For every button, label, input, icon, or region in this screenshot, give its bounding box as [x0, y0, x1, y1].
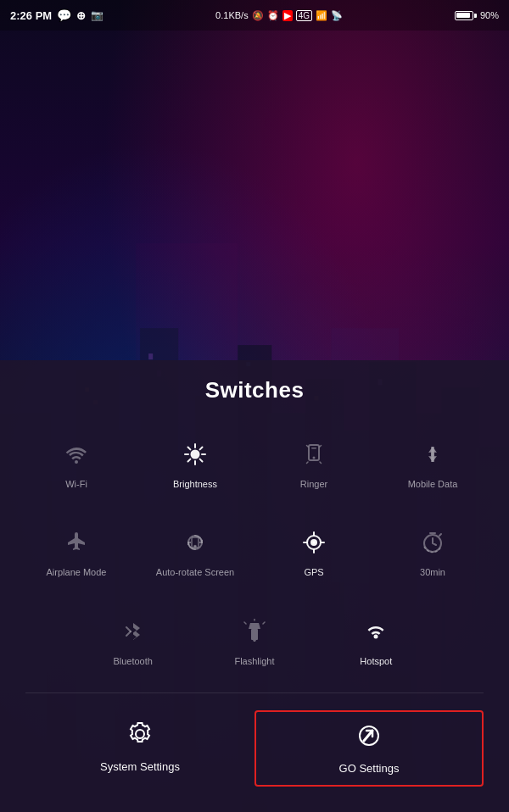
yt-icon: ▶	[282, 10, 293, 21]
hotspot-label: Hotspot	[360, 655, 392, 667]
wifi-status-icon: 📡	[331, 10, 343, 21]
switches-row-1: Wi-Fi Brightness	[8, 427, 501, 498]
status-right: 90%	[455, 10, 499, 20]
svg-line-50	[126, 627, 131, 631]
status-center: 0.1KB/s 🔕 ⏰ ▶ 4G 📶 📡	[215, 10, 343, 21]
mobile-data-icon	[414, 436, 451, 473]
ringer-icon	[295, 436, 333, 473]
switch-brightness[interactable]: Brightness	[136, 427, 255, 498]
bluetooth-label: Bluetooth	[113, 655, 152, 667]
airplane-icon	[58, 524, 95, 561]
panel-divider	[25, 692, 484, 693]
switch-hotspot[interactable]: Hotspot	[316, 604, 437, 676]
airplane-label: Airplane Mode	[47, 566, 107, 578]
instagram-icon: 📷	[91, 9, 103, 21]
wifi-icon	[58, 436, 95, 473]
auto-rotate-label: Auto-rotate Screen	[156, 566, 234, 578]
compass-icon: ⊕	[76, 9, 86, 22]
battery-percentage: 90%	[480, 10, 499, 20]
switch-bluetooth[interactable]: Bluetooth	[72, 604, 193, 676]
svg-point-58	[374, 634, 378, 638]
system-settings-button[interactable]: System Settings	[25, 710, 255, 787]
switches-row-3: Bluetooth Flashlight	[64, 604, 445, 676]
timer-icon	[414, 524, 451, 561]
svg-marker-52	[249, 623, 260, 629]
signal-icon: 📶	[316, 10, 327, 21]
status-left: 2:26 PM 💬 ⊕ 📷	[10, 8, 103, 22]
hotspot-icon	[357, 613, 394, 650]
system-settings-icon	[126, 720, 154, 754]
bluetooth-icon	[115, 613, 152, 650]
gps-label: GPS	[304, 566, 323, 578]
time-display: 2:26 PM	[10, 9, 52, 22]
mute-icon: 🔕	[252, 10, 264, 21]
flashlight-label: Flashlight	[234, 655, 274, 667]
whatsapp-icon: 💬	[57, 8, 71, 22]
svg-marker-54	[253, 640, 256, 642]
alarm-icon: ⏰	[267, 10, 279, 21]
gps-icon	[295, 524, 333, 561]
svg-line-51	[126, 631, 131, 636]
mobile-data-label: Mobile Data	[408, 478, 458, 490]
status-bar: 2:26 PM 💬 ⊕ 📷 0.1KB/s 🔕 ⏰ ▶ 4G 📶 📡 90%	[0, 0, 509, 31]
svg-line-32	[188, 459, 191, 462]
4g-icon: 4G	[296, 10, 312, 21]
switch-mobile-data[interactable]: Mobile Data	[373, 427, 492, 498]
switch-flashlight[interactable]: Flashlight	[193, 604, 315, 676]
go-settings-button[interactable]: GO Settings	[255, 710, 484, 787]
svg-point-39	[194, 546, 196, 548]
ringer-label: Ringer	[300, 478, 327, 490]
svg-point-34	[313, 457, 316, 459]
wifi-label: Wi-Fi	[65, 478, 87, 490]
panel-title: Switches	[8, 377, 501, 403]
switch-timer[interactable]: 30min	[373, 515, 492, 587]
auto-rotate-icon	[176, 524, 214, 561]
brightness-icon	[176, 436, 214, 473]
svg-point-42	[313, 542, 316, 544]
network-speed: 0.1KB/s	[215, 10, 249, 20]
svg-line-30	[200, 459, 203, 462]
settings-row: System Settings GO Settings	[8, 710, 501, 787]
flashlight-icon	[236, 613, 273, 650]
system-settings-label: System Settings	[100, 760, 180, 773]
svg-line-56	[244, 622, 246, 624]
svg-rect-35	[311, 448, 316, 449]
switch-wifi[interactable]: Wi-Fi	[17, 427, 136, 498]
svg-line-31	[200, 448, 203, 450]
svg-line-29	[188, 448, 191, 450]
svg-line-57	[263, 622, 265, 624]
svg-point-24	[191, 450, 200, 459]
svg-rect-53	[251, 629, 258, 640]
go-settings-icon	[355, 722, 383, 755]
go-settings-label: GO Settings	[339, 762, 400, 775]
switch-auto-rotate[interactable]: Auto-rotate Screen	[136, 515, 255, 587]
switch-gps[interactable]: GPS	[255, 515, 373, 587]
switch-airplane[interactable]: Airplane Mode	[17, 515, 136, 587]
brightness-label: Brightness	[173, 478, 217, 490]
switches-panel: Switches Wi-Fi	[0, 360, 509, 812]
timer-label: 30min	[420, 566, 445, 578]
switches-row-2: Airplane Mode Auto-rotate Screen	[8, 515, 501, 587]
svg-line-49	[439, 534, 441, 536]
switch-ringer[interactable]: Ringer	[255, 427, 373, 498]
battery-icon	[455, 11, 477, 20]
